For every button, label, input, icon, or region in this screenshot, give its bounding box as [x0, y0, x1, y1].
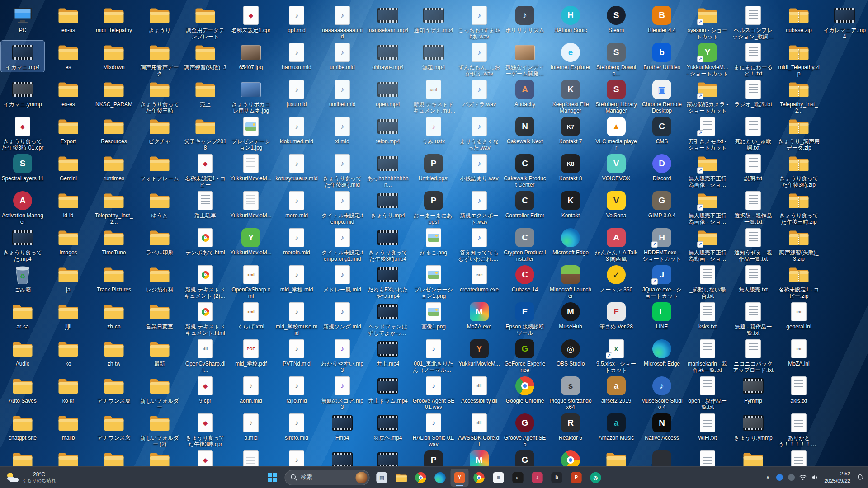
desktop-icon[interactable]: NCakewalk Next	[503, 115, 547, 146]
desktop-icon[interactable]: eInternet Explorer	[549, 41, 592, 72]
desktop-icon[interactable]: 調声用音声データ	[138, 41, 181, 78]
desktop-icon[interactable]: Pおーまーまにあ.ppsf	[412, 189, 455, 226]
taskbar-app-music-app[interactable]: ♪	[528, 469, 547, 487]
desktop-icon[interactable]: Gemini	[47, 152, 90, 183]
desktop-icon[interactable]: ♪kiokumed.mid	[275, 115, 318, 146]
desktop-icon[interactable]: es	[47, 41, 90, 72]
desktop-icon[interactable]: ♪b.mid	[229, 411, 273, 442]
desktop-icon[interactable]: YukkuriMovieM...	[229, 152, 273, 183]
desktop-icon[interactable]: YYukkuriMovieM...	[229, 226, 273, 257]
desktop-icon[interactable]: Google Chrome	[503, 374, 547, 405]
desktop-icon[interactable]: P	[412, 448, 455, 466]
desktop-icon[interactable]: Telepathy_Inst_2...	[92, 189, 136, 226]
desktop-icon[interactable]: ♪umibet.mid	[321, 78, 364, 109]
desktop-icon[interactable]: 井上ドラム.mp4	[366, 374, 410, 405]
desktop-icon[interactable]: ラジオ_歌詞.txt	[731, 78, 775, 109]
desktop-icon[interactable]: きょうり食ってた午後3時.zip	[777, 152, 821, 189]
desktop-icon[interactable]: M	[458, 448, 501, 466]
desktop-icon[interactable]: きょうり	[138, 4, 181, 35]
desktop-icon[interactable]: execreatedump.exe	[458, 263, 501, 294]
taskbar-app-powerpoint[interactable]: P	[567, 469, 585, 487]
desktop-icon[interactable]: 調声練習(失敗)_3	[184, 41, 227, 72]
desktop-icon[interactable]: 死にたい_ゅ歌詞.txt	[731, 115, 775, 152]
desktop-icon[interactable]: きょうり.ymmp	[731, 411, 775, 442]
desktop-icon[interactable]	[138, 448, 181, 466]
desktop-icon[interactable]: EEpson 接続診断ツール	[503, 300, 547, 338]
desktop-icon[interactable]: CCakewalk Product Center	[503, 152, 547, 189]
desktop-icon[interactable]: ピクチャ	[138, 115, 181, 146]
desktop-icon[interactable]: SSteinberg Downlo...	[594, 41, 638, 78]
desktop-icon[interactable]: teion.mp4	[366, 115, 410, 146]
desktop-icon[interactable]: 画像1.png	[412, 300, 455, 331]
desktop-icon[interactable]: X↗9.5.xlsx - ショートカット	[594, 337, 638, 375]
desktop-icon[interactable]: ♪ポリリリリズム	[503, 4, 547, 35]
desktop-icon[interactable]: 井上.mp4	[366, 337, 410, 368]
desktop-icon[interactable]: K8Kontakt 8	[549, 152, 592, 183]
desktop-icon[interactable]: HHALion Sonic	[549, 4, 592, 35]
desktop-icon[interactable]: ↗無人販売不正行為画像 - ショートカット	[686, 189, 729, 226]
desktop-icon[interactable]: CCubase 14	[503, 263, 547, 294]
desktop-icon[interactable]: ♪PVTNd.mid	[275, 337, 318, 368]
desktop-icon[interactable]: midi_Telepathy.zip	[777, 41, 821, 78]
desktop-icon[interactable]: Microsoft Edge	[549, 226, 592, 257]
desktop-icon[interactable]: ♪hamusu.mid	[275, 41, 318, 72]
desktop-icon[interactable]: ♪uaaaaaaaaaa.mid	[321, 4, 364, 41]
taskbar-app-task-view[interactable]: ▤	[373, 469, 391, 487]
desktop-icon[interactable]: だれもFXいれたやつ.mp4	[366, 263, 410, 300]
desktop-icon[interactable]: 名称未設定1 - コピー.zip	[777, 263, 821, 300]
desktop-icon[interactable]: ↗無人販売不正行為動画 - ショートカット	[686, 226, 729, 263]
desktop-icon[interactable]: 新しいフォルダー (2)	[138, 411, 181, 449]
desktop-icon[interactable]: RReaktor 6	[549, 411, 592, 442]
desktop-icon[interactable]: GGIMP 3.0.4	[640, 189, 684, 220]
desktop-icon[interactable]: Mixdown	[92, 41, 136, 72]
desktop-icon[interactable]: ♪mid_学校.mid	[275, 263, 318, 294]
desktop-icon[interactable]: Images	[47, 226, 90, 257]
desktop-icon[interactable]: PDFmid_学校.pdf	[229, 337, 273, 368]
taskbar-app-terminal[interactable]: >_	[509, 469, 527, 487]
desktop-icon[interactable]: runtimes	[92, 152, 136, 183]
desktop-icon[interactable]: アナウンス窓	[92, 411, 136, 442]
desktop-icon[interactable]: xml新規 テキストドキュメント.musicxml	[412, 78, 455, 115]
desktop-icon[interactable]: ♪sirofo.mid	[275, 411, 318, 442]
desktop-icon[interactable]: TimeTune	[92, 226, 136, 257]
desktop-icon[interactable]: ♪パズドラ.wav	[458, 78, 501, 109]
desktop-icon[interactable]: dllAccessibility.dll	[458, 374, 501, 405]
desktop-icon[interactable]: ♪メドレー風.mid	[321, 263, 364, 294]
desktop-icon[interactable]: BBlender 4.4	[640, 4, 684, 35]
desktop-icon[interactable]: ♪HALion Sonic 01.wav	[412, 411, 455, 449]
desktop-icon[interactable]: ↗家の防犯カメラ - ショートカット	[686, 78, 729, 115]
desktop-icon[interactable]: ♪001_東北きりたん（ノーマル）_今じゃ...	[412, 337, 455, 375]
desktop-icon[interactable]: 売上	[184, 78, 227, 109]
desktop-icon[interactable]: xmlOpenCvSharp.xml	[229, 263, 273, 300]
desktop-icon[interactable]: 説明.txt	[731, 152, 775, 183]
desktop-icon[interactable]: 営業日変更	[138, 300, 181, 331]
desktop-icon[interactable]: まにまにわーるど！.txt	[731, 41, 775, 78]
desktop-icon[interactable]: きょうり食ってた午後3時.mp4	[366, 226, 410, 263]
desktop-icon[interactable]: iniMoZA.ini	[777, 337, 821, 368]
desktop-icon[interactable]: ↗syasinn - ショートカット	[686, 4, 729, 41]
desktop-icon[interactable]: xmlくらげ.xml	[229, 300, 273, 331]
desktop-icon[interactable]: プレゼンテーション1.png	[412, 263, 455, 300]
desktop-icon[interactable]: Aかんたん！AITalk 3 関西風	[594, 226, 638, 263]
desktop-icon[interactable]: en-us	[47, 4, 90, 35]
desktop-icon[interactable]: ▲VLC media player	[594, 115, 638, 152]
taskbar-app-cubase[interactable]: b	[548, 469, 566, 487]
taskbar-app-edge[interactable]	[431, 469, 449, 487]
desktop-icon[interactable]: ♪MuseScore Studio 4	[640, 374, 684, 412]
desktop-icon[interactable]: テンポあて.html	[184, 226, 227, 257]
desktop-icon[interactable]: ko-kr	[47, 374, 90, 405]
desktop-icon[interactable]: 父子キャンプ2018	[184, 115, 227, 152]
desktop-icon[interactable]: WIFI.txt	[686, 411, 729, 442]
desktop-icon[interactable]: あっhhhhhhhhhhh...	[366, 152, 410, 189]
desktop-icon[interactable]	[777, 448, 821, 466]
desktop-icon[interactable]: G	[503, 448, 547, 466]
desktop-icon[interactable]: きょうり.mp4	[366, 189, 410, 220]
desktop-icon[interactable]: フォトフレーム	[138, 152, 181, 183]
desktop-icon[interactable]: zh-tw	[92, 337, 136, 368]
desktop-icon[interactable]: アナウンス夏	[92, 374, 136, 405]
desktop-icon[interactable]	[229, 448, 273, 466]
desktop-icon[interactable]: ♻ごみ箱	[1, 263, 44, 294]
desktop-icon[interactable]: プレゼンテーション1.jpg	[229, 115, 273, 152]
desktop-icon[interactable]: ko	[47, 337, 90, 368]
desktop-icon[interactable]: ♪こっちもhすまdsbあ.wav	[458, 4, 501, 41]
